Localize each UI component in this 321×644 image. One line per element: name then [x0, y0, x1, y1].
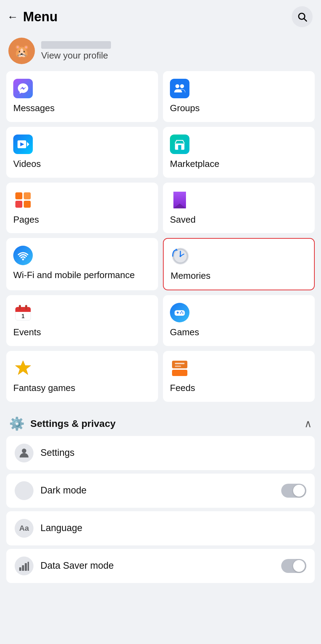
marketplace-icon [170, 135, 189, 154]
grid-item-saved[interactable]: Saved [163, 183, 315, 233]
settings-item-dark-mode[interactable]: Dark mode [6, 474, 315, 508]
grid-item-memories[interactable]: Memories [163, 238, 315, 290]
settings-item-language[interactable]: AaLanguage [6, 511, 315, 545]
grid-item-marketplace[interactable]: Marketplace [163, 127, 315, 178]
messages-label: Messages [13, 102, 55, 114]
wifi-icon [13, 246, 33, 265]
profile-name-block: View your profile [41, 41, 111, 61]
saved-label: Saved [170, 214, 196, 226]
grid-item-events[interactable]: 1 Events [6, 295, 158, 346]
settings-header[interactable]: ⚙️ Settings & privacy ∧ [6, 409, 315, 436]
fantasy-icon-svg [14, 359, 32, 377]
games-label: Games [170, 327, 199, 338]
svg-point-16 [22, 259, 24, 261]
saved-icon [170, 190, 189, 210]
chart-icon-svg [18, 560, 30, 572]
svg-marker-5 [27, 142, 29, 147]
data-saver-settings-icon [15, 557, 33, 575]
grid-item-feeds[interactable]: Feeds [163, 351, 315, 402]
svg-point-22 [180, 255, 181, 257]
grid-item-groups[interactable]: Groups [163, 71, 315, 122]
messages-icon [13, 79, 33, 98]
svg-rect-42 [19, 567, 21, 571]
messenger-icon-svg [17, 83, 29, 94]
svg-rect-10 [24, 192, 31, 199]
svg-point-35 [180, 313, 181, 314]
header-left: ← Menu [7, 9, 58, 24]
svg-rect-45 [28, 562, 29, 571]
settings-settings-icon [15, 444, 33, 462]
groups-label: Groups [170, 102, 200, 114]
grid-item-videos[interactable]: Videos [6, 127, 158, 178]
groups-icon-svg [173, 82, 186, 95]
memories-icon [171, 246, 190, 266]
settings-section: ⚙️ Settings & privacy ∧ SettingsDark mod… [0, 409, 321, 590]
feeds-icon-svg [171, 359, 189, 377]
menu-grid: MessagesGroupsVideosMarketplace Pages Sa… [0, 71, 321, 407]
back-button[interactable]: ← [7, 10, 18, 23]
svg-rect-26 [15, 310, 31, 312]
games-icon-svg [173, 306, 186, 319]
dark-mode-toggle[interactable] [281, 484, 306, 498]
search-icon [297, 12, 307, 22]
grid-item-wifi[interactable]: Wi-Fi and mobile performance [6, 238, 158, 290]
svg-rect-40 [175, 366, 181, 367]
games-icon [170, 303, 189, 322]
svg-rect-39 [175, 363, 185, 364]
svg-point-41 [22, 449, 27, 453]
settings-item-left-data-saver: Data Saver mode [15, 557, 114, 575]
settings-item-left-language: AaLanguage [15, 519, 82, 538]
avatar: 🐹 [8, 38, 35, 64]
events-label: Events [13, 327, 41, 338]
dark-mode-toggle-knob [293, 485, 305, 497]
wifi-label: Wi-Fi and mobile performance [13, 269, 135, 281]
header: ← Menu [0, 0, 321, 32]
svg-rect-38 [172, 370, 187, 376]
memories-label: Memories [171, 270, 210, 282]
data-saver-toggle[interactable] [281, 559, 306, 573]
language-settings-label: Language [40, 523, 82, 534]
videos-icon-svg [17, 138, 29, 151]
grid-item-fantasy[interactable]: Fantasy games [6, 351, 158, 402]
search-button[interactable] [292, 6, 313, 27]
feeds-label: Feeds [170, 382, 195, 394]
grid-item-messages[interactable]: Messages [6, 71, 158, 122]
grid-item-games[interactable]: Games [163, 295, 315, 346]
svg-rect-12 [24, 201, 31, 208]
aa-icon: Aa [19, 524, 29, 533]
marketplace-icon-svg [173, 138, 186, 151]
svg-rect-37 [172, 361, 187, 368]
page-title: Menu [23, 9, 58, 24]
data-saver-settings-label: Data Saver mode [40, 560, 114, 571]
grid-item-pages[interactable]: Pages [6, 183, 158, 233]
pages-label: Pages [13, 214, 39, 226]
svg-line-1 [304, 19, 307, 21]
dark-mode-settings-icon [15, 481, 33, 500]
feeds-icon [170, 359, 189, 378]
dark-mode-settings-label: Dark mode [40, 485, 87, 496]
groups-icon [170, 79, 189, 98]
settings-item-data-saver[interactable]: Data Saver mode [6, 549, 315, 583]
settings-item-settings[interactable]: Settings [6, 436, 315, 470]
settings-list: SettingsDark modeAaLanguage Data Saver m… [6, 436, 315, 583]
svg-point-3 [180, 84, 184, 88]
profile-name-placeholder [41, 41, 111, 49]
svg-text:1: 1 [22, 313, 25, 319]
memories-icon-svg [171, 247, 189, 265]
marketplace-label: Marketplace [170, 158, 219, 170]
svg-rect-8 [178, 145, 181, 150]
wifi-icon-svg [17, 249, 29, 262]
gear-icon: ⚙️ [9, 416, 25, 431]
profile-row[interactable]: 🐹 View your profile [0, 32, 321, 71]
pages-icon [13, 190, 33, 210]
moon-icon-svg [18, 485, 30, 496]
svg-rect-27 [19, 305, 21, 310]
settings-header-left: ⚙️ Settings & privacy [9, 416, 115, 431]
fantasy-icon [13, 359, 33, 378]
svg-rect-11 [15, 201, 22, 208]
chevron-up-icon: ∧ [304, 417, 312, 430]
svg-marker-36 [15, 361, 31, 375]
view-profile-label: View your profile [41, 50, 111, 61]
data-saver-toggle-knob [293, 560, 305, 572]
svg-rect-44 [25, 563, 27, 571]
